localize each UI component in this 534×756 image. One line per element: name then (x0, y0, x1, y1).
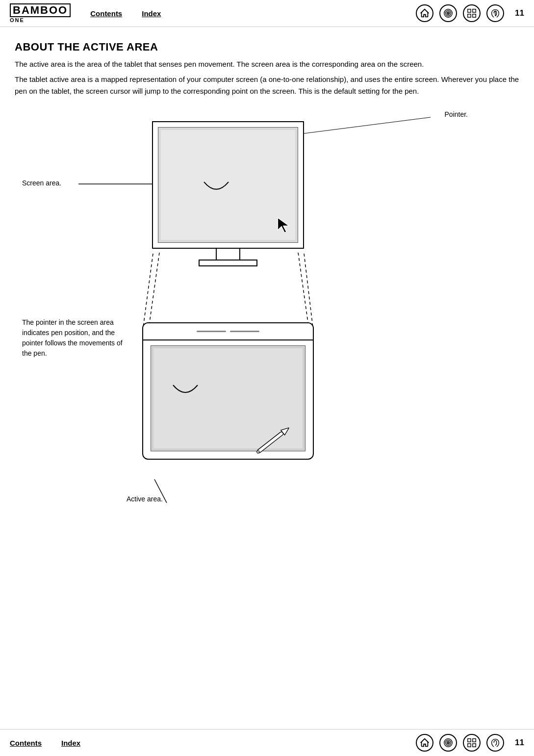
footer-grid-icon[interactable] (463, 734, 481, 752)
tablet-top-bar (143, 323, 313, 340)
fingerprint1-icon[interactable] (439, 4, 457, 22)
page-title: ABOUT THE ACTIVE AREA (15, 41, 519, 53)
stand-neck (216, 249, 240, 260)
logo: BAMBOO ONE (10, 3, 71, 23)
svg-rect-24 (473, 739, 476, 742)
monitor-outer (152, 121, 304, 249)
header-page-number: 11 (515, 8, 524, 18)
monitor (152, 121, 304, 266)
fingerprint2-icon[interactable] (486, 4, 504, 22)
intro-paragraph-1: The active area is the area of the table… (15, 58, 519, 70)
svg-rect-15 (256, 431, 283, 454)
pen-on-tablet (251, 423, 294, 461)
tablet-bar-line-1 (197, 331, 226, 332)
diagram: Pointer. (15, 106, 519, 533)
home-icon[interactable] (416, 4, 433, 22)
svg-rect-25 (468, 744, 471, 747)
footer-contents-link[interactable]: Contents (10, 739, 42, 747)
screen-smile (197, 175, 236, 201)
svg-rect-5 (473, 9, 476, 12)
logo-one: ONE (10, 18, 25, 23)
pointer-label: Pointer. (445, 110, 468, 118)
monitor-screen (158, 127, 298, 243)
svg-rect-26 (473, 744, 476, 747)
svg-rect-23 (468, 739, 471, 742)
svg-rect-7 (473, 14, 476, 17)
svg-line-9 (304, 254, 313, 327)
svg-line-8 (143, 254, 153, 327)
footer-index-link[interactable]: Index (61, 739, 80, 747)
active-area-label: Active area. (127, 495, 163, 503)
header-left: BAMBOO ONE Contents Index (10, 3, 161, 23)
logo-bamboo: BAMBOO (10, 3, 71, 17)
footer-fingerprint1-icon[interactable] (439, 734, 457, 752)
footer-icons: 11 (416, 734, 524, 752)
intro-paragraph-2: The tablet active area is a mapped repre… (15, 74, 519, 97)
tablet-outer (142, 322, 314, 460)
svg-rect-6 (468, 14, 471, 17)
main-content: ABOUT THE ACTIVE AREA The active area is… (0, 27, 534, 543)
svg-line-12 (304, 117, 431, 133)
tablet (142, 322, 314, 460)
header: BAMBOO ONE Contents Index (0, 0, 534, 27)
footer-page-number: 11 (515, 738, 524, 748)
pointer-description: The pointer in the screen area indicates… (22, 317, 127, 359)
footer-home-icon[interactable] (416, 734, 433, 752)
screen-area-label: Screen area. (22, 179, 61, 187)
header-icons: 11 (416, 4, 524, 22)
monitor-stand (152, 249, 304, 266)
monitor-screen-inner (161, 130, 295, 240)
stand-base (199, 260, 257, 266)
svg-point-3 (448, 13, 449, 14)
footer-left: Contents Index (10, 739, 80, 747)
header-contents-link[interactable]: Contents (90, 9, 122, 18)
tablet-active-area (151, 345, 305, 451)
header-index-link[interactable]: Index (142, 9, 161, 18)
svg-point-22 (448, 742, 449, 743)
grid-icon[interactable] (463, 4, 481, 22)
footer-fingerprint2-icon[interactable] (486, 734, 504, 752)
svg-rect-4 (468, 9, 471, 12)
svg-marker-13 (278, 218, 289, 233)
tablet-bar-line-2 (230, 331, 259, 332)
tablet-smile (166, 378, 205, 404)
tablet-active-inner (153, 348, 303, 448)
footer: Contents Index (0, 729, 534, 756)
